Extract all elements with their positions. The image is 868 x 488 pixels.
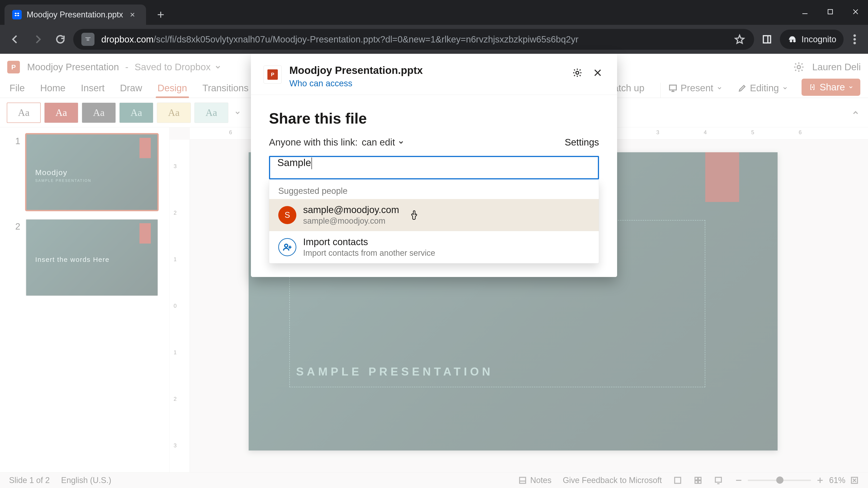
- browser-tab-active[interactable]: Moodjoy Presentation.pptx: [4, 4, 146, 25]
- window-close-button[interactable]: [848, 5, 864, 19]
- address-bar[interactable]: dropbox.com/scl/fi/ds8xk05ovlytyxnalh07u…: [73, 29, 754, 50]
- chevron-down-icon: [398, 139, 404, 146]
- people-input[interactable]: Sample: [269, 156, 599, 180]
- modal-backdrop[interactable]: P Moodjoy Presentation.pptx Who can acce…: [0, 54, 868, 488]
- link-settings-button[interactable]: Settings: [565, 137, 599, 148]
- browser-menu-button[interactable]: [847, 31, 863, 47]
- svg-rect-1: [763, 36, 771, 43]
- nav-forward-button[interactable]: [28, 30, 48, 49]
- dropbox-favicon: [12, 10, 22, 20]
- suggestion-primary: sample@moodjoy.com: [303, 204, 399, 215]
- svg-point-4: [854, 42, 856, 44]
- permission-prefix: Anyone with this link:: [269, 137, 358, 148]
- cursor-icon: [410, 210, 421, 220]
- import-secondary: Import contacts from another service: [303, 248, 435, 258]
- bookmark-star-icon[interactable]: [733, 33, 746, 46]
- new-tab-button[interactable]: [153, 7, 168, 23]
- svg-point-18: [285, 244, 287, 247]
- import-primary: Import contacts: [303, 236, 435, 248]
- window-minimize-button[interactable]: [797, 5, 813, 19]
- suggestion-secondary: sample@moodjoy.com: [303, 216, 399, 226]
- share-dialog: P Moodjoy Presentation.pptx Who can acce…: [251, 54, 617, 277]
- share-heading: Share this file: [269, 110, 599, 127]
- suggestion-person[interactable]: S sample@moodjoy.com sample@moodjoy.com: [269, 199, 599, 231]
- nav-reload-button[interactable]: [51, 30, 70, 49]
- nav-back-button[interactable]: [5, 30, 25, 49]
- tab-title: Moodjoy Presentation.pptx: [27, 10, 123, 20]
- incognito-label: Incognito: [802, 35, 836, 44]
- side-panel-icon[interactable]: [757, 30, 777, 49]
- close-dialog-button[interactable]: [591, 66, 604, 79]
- import-contacts-item[interactable]: Import contacts Import contacts from ano…: [269, 231, 599, 263]
- browser-tabstrip: Moodjoy Presentation.pptx: [0, 0, 868, 25]
- svg-rect-0: [828, 9, 833, 14]
- svg-point-17: [576, 71, 579, 74]
- powerpoint-app: P Moodjoy Presentation - Saved to Dropbo…: [0, 54, 868, 488]
- who-can-access-link[interactable]: Who can access: [289, 78, 563, 88]
- share-settings-button[interactable]: [570, 66, 584, 79]
- suggestions-panel: Suggested people S sample@moodjoy.com sa…: [269, 180, 599, 263]
- permission-dropdown[interactable]: can edit: [362, 137, 404, 148]
- svg-point-3: [854, 38, 856, 41]
- url-text: dropbox.com/scl/fi/ds8xk05ovlytyxnalh07u…: [101, 34, 726, 44]
- people-input-value: Sample: [277, 157, 311, 168]
- tab-close-button[interactable]: [128, 10, 137, 19]
- file-type-icon: P: [264, 66, 282, 84]
- svg-point-2: [854, 34, 856, 37]
- incognito-indicator[interactable]: Incognito: [780, 30, 844, 49]
- share-file-name: Moodjoy Presentation.pptx: [289, 64, 563, 76]
- suggestions-header: Suggested people: [269, 180, 599, 199]
- avatar: S: [278, 206, 296, 224]
- site-settings-icon[interactable]: [81, 33, 94, 46]
- window-maximize-button[interactable]: [822, 5, 838, 19]
- browser-toolbar: dropbox.com/scl/fi/ds8xk05ovlytyxnalh07u…: [0, 25, 868, 54]
- import-contacts-icon: [278, 238, 296, 256]
